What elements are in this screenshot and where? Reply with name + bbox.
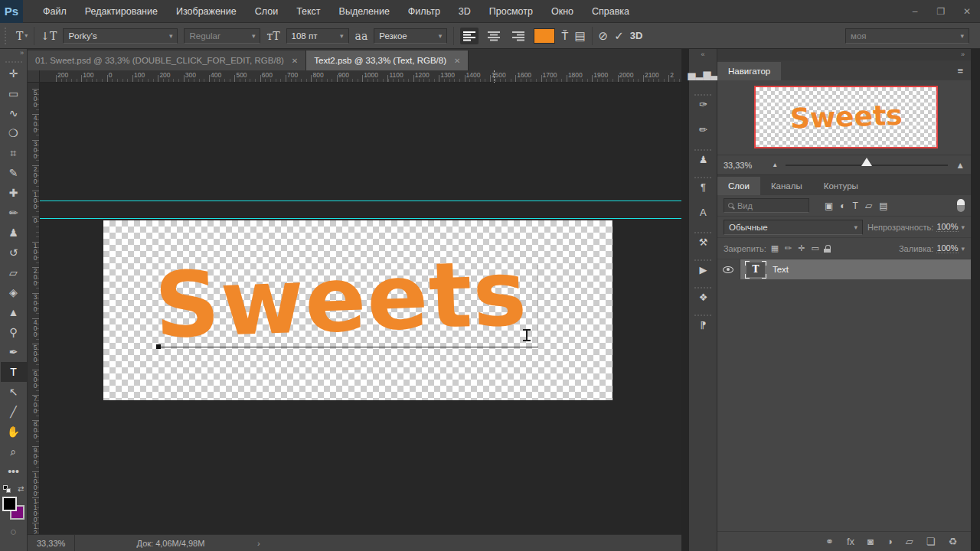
collapse-strip-icon[interactable]: « <box>689 49 717 60</box>
more-tools[interactable]: ••• <box>1 461 27 481</box>
swap-colors-icon[interactable]: ⇄ <box>18 484 24 493</box>
lasso-tool[interactable]: ∿ <box>1 103 27 123</box>
adjustment-layer-button[interactable]: ◑ <box>887 536 893 547</box>
close-button[interactable]: ✕ <box>954 2 980 21</box>
clone-source-panel[interactable]: ♟ <box>689 143 717 171</box>
filter-adjustment-layers[interactable]: ◐ <box>840 201 845 211</box>
cancel-edits-button[interactable]: ⊘ <box>599 29 609 43</box>
layer-filter-select[interactable]: Вид <box>724 198 809 213</box>
layer-thumbnail[interactable]: T <box>746 262 765 277</box>
collapse-panels-icon[interactable]: » <box>717 49 971 60</box>
filter-toggle-switch[interactable] <box>957 199 965 212</box>
canvas-text[interactable]: Sweets <box>153 248 529 351</box>
panel-tab[interactable]: Слои <box>717 177 760 195</box>
font-size-select[interactable]: 108 пт ▾ <box>286 28 349 44</box>
blend-mode-select[interactable]: Обычные ▾ <box>724 220 863 235</box>
panel-tab[interactable]: Каналы <box>760 177 813 195</box>
menu-item[interactable]: Изображение <box>167 0 246 23</box>
tab-navigator[interactable]: Навигатор <box>717 62 781 80</box>
lock-artboard[interactable]: ▭ <box>812 243 819 253</box>
text-orientation-icon[interactable]: ↓T <box>41 30 57 42</box>
chevron-down-icon[interactable]: ▾ <box>962 223 965 231</box>
document-tab[interactable]: Text2.psb @ 33,3% (Text, RGB/8) ✕ <box>306 51 469 70</box>
healing-brush-tool[interactable]: ✚ <box>1 183 27 203</box>
filter-pixel-layers[interactable]: ▣ <box>825 201 833 211</box>
brush-tool[interactable]: ✏ <box>1 203 27 223</box>
navigator-zoom-value[interactable]: 33,33% <box>724 161 752 170</box>
document-tab[interactable]: 01. Sweet.psd @ 33,3% (DOUBLE_CLICK_FOR_… <box>28 51 306 70</box>
layer-style-button[interactable]: fx <box>847 536 854 547</box>
lock-position[interactable]: ✛ <box>798 243 805 253</box>
actions-panel[interactable]: ▶ <box>689 253 717 281</box>
crop-tool[interactable]: ⌗ <box>1 143 27 163</box>
history-brush-tool[interactable]: ↺ <box>1 243 27 262</box>
lock-all-icon[interactable] <box>824 245 831 253</box>
filter-type-layers[interactable]: T <box>853 201 858 211</box>
menu-item[interactable]: Текст <box>287 0 329 23</box>
pen-tool[interactable]: ✒ <box>1 342 27 362</box>
align-left-button[interactable] <box>460 28 479 44</box>
commit-edits-button[interactable]: ✓ <box>614 29 624 43</box>
link-layers-button[interactable]: ⚭ <box>825 536 834 547</box>
clone-stamp-tool[interactable]: ♟ <box>1 223 27 243</box>
menu-item[interactable]: Выделение <box>330 0 399 23</box>
brush-panel[interactable]: ✑ <box>689 88 717 116</box>
menu-item[interactable]: Редактирование <box>76 0 167 23</box>
maximize-button[interactable]: ❐ <box>928 2 954 21</box>
move-tool[interactable]: ✛ <box>1 64 27 83</box>
3d-panel[interactable]: ❖ <box>689 281 717 308</box>
text-color-swatch[interactable] <box>534 28 555 44</box>
menu-item[interactable]: Окно <box>542 0 583 23</box>
paragraph-panel[interactable]: ¶ <box>689 171 717 198</box>
guide-line[interactable] <box>40 201 681 201</box>
paint-bucket-tool[interactable]: ◈ <box>1 282 27 302</box>
layer-name[interactable]: Text <box>773 265 789 274</box>
layer-mask-button[interactable]: ◙ <box>867 536 874 547</box>
blur-tool[interactable]: ▲ <box>1 302 27 322</box>
zoom-out-icon[interactable]: ▲ <box>772 161 778 168</box>
status-options-chevron[interactable]: › <box>257 539 260 548</box>
zoom-slider-thumb[interactable] <box>861 158 872 166</box>
text-baseline-handle[interactable] <box>156 344 161 349</box>
type-tool[interactable]: T <box>1 362 27 382</box>
tool-presets-panel[interactable]: ⚒ <box>689 226 717 253</box>
eraser-tool[interactable]: ▱ <box>1 262 27 282</box>
3d-button[interactable]: 3D <box>630 30 643 41</box>
foreground-color-swatch[interactable] <box>2 497 17 511</box>
panel-menu-icon[interactable]: ≡ <box>949 65 971 77</box>
quick-mask-icon[interactable]: ◌ <box>11 526 17 537</box>
close-tab-icon[interactable]: ✕ <box>292 57 298 65</box>
chevron-down-icon[interactable]: ▾ <box>962 245 965 253</box>
menu-item[interactable]: Фильтр <box>399 0 449 23</box>
zoom-in-icon[interactable]: ▲ <box>956 160 965 171</box>
paragraph-styles-panel[interactable]: ⁋ <box>689 308 717 336</box>
align-center-button[interactable] <box>485 28 503 44</box>
toggle-panels-icon[interactable]: ▤ <box>574 29 585 43</box>
minimize-button[interactable]: – <box>902 2 928 21</box>
hand-tool[interactable]: ✋ <box>1 422 27 442</box>
close-tab-icon[interactable]: ✕ <box>454 57 460 65</box>
font-family-select[interactable]: Porky's ▾ <box>63 28 178 44</box>
menu-item[interactable]: Файл <box>34 0 76 23</box>
font-style-select[interactable]: Regular ▾ <box>184 28 260 44</box>
layer-visibility-icon[interactable] <box>723 266 733 273</box>
workspace-select[interactable]: моя ▾ <box>845 28 969 44</box>
eyedropper-tool[interactable]: ✎ <box>1 163 27 183</box>
menu-item[interactable]: Справка <box>583 0 639 23</box>
path-selection-tool[interactable]: ↖ <box>1 382 27 402</box>
zoom-slider[interactable] <box>786 165 948 166</box>
menu-item[interactable]: 3D <box>449 0 480 23</box>
new-layer-button[interactable]: ❏ <box>926 536 936 547</box>
marquee-tool[interactable]: ▭ <box>1 83 27 103</box>
menu-item[interactable]: Слои <box>246 0 287 23</box>
canvas-viewport[interactable]: Sweets <box>40 83 681 534</box>
menu-item[interactable]: Просмотр <box>480 0 542 23</box>
dodge-tool[interactable]: ⚲ <box>1 322 27 342</box>
fill-value[interactable]: 100% <box>936 243 958 253</box>
options-grip[interactable] <box>5 28 8 44</box>
zoom-tool[interactable]: ⌕ <box>1 442 27 461</box>
layer-row[interactable]: T Text <box>717 259 971 279</box>
new-group-button[interactable]: ▱ <box>906 536 913 547</box>
status-zoom-field[interactable]: 33,33% <box>28 535 75 551</box>
type-tool-preset-icon[interactable]: T ▾ <box>16 30 28 42</box>
